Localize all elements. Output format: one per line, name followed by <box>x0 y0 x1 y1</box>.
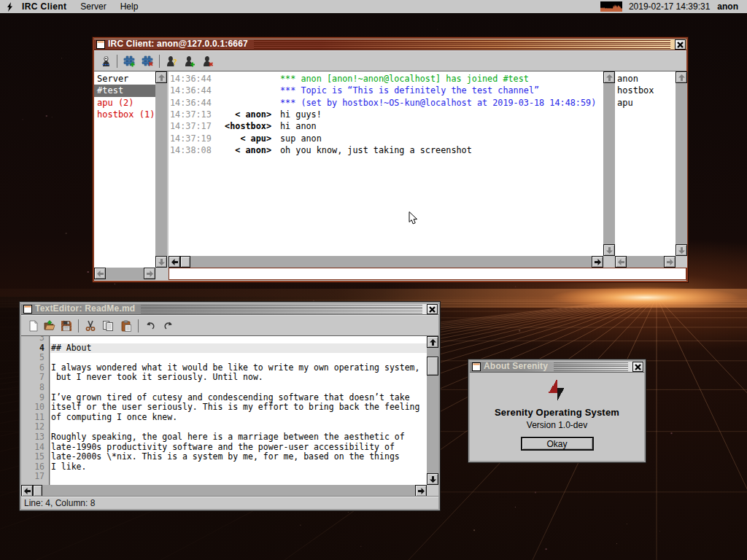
scrollbar-thumb[interactable] <box>180 256 190 268</box>
scroll-down-button[interactable] <box>155 256 167 268</box>
channel-list-item[interactable]: hostbox (1) <box>94 109 155 120</box>
member-list-item[interactable]: apu <box>615 97 676 109</box>
member-list-item[interactable]: anon <box>615 73 676 85</box>
message-nick: <hostbox> <box>169 120 271 132</box>
part-channel-icon[interactable] <box>142 55 153 67</box>
channel-list-item[interactable]: #test <box>94 85 155 96</box>
editor-horizontal-scrollbar[interactable] <box>21 485 427 497</box>
texteditor-titlebar[interactable]: TextEditor: ReadMe.md <box>21 303 438 315</box>
serenity-logo <box>549 380 566 401</box>
open-query-icon[interactable] <box>184 55 196 67</box>
sidebar-vertical-scrollbar[interactable] <box>155 71 167 268</box>
down-arrow-icon <box>158 259 165 265</box>
irc-chat-log[interactable]: 14:36:44*** anon [anon!~anon@localhost] … <box>169 71 603 256</box>
new-document-icon[interactable] <box>28 320 39 332</box>
chat-message: 14:36:44*** (set by hostbox!~OS-kun@loca… <box>169 97 603 109</box>
cut-icon[interactable] <box>85 320 96 332</box>
open-document-icon[interactable] <box>44 320 55 332</box>
save-document-icon[interactable] <box>61 320 72 332</box>
whois-user-icon[interactable]: ? <box>166 55 177 67</box>
scroll-up-button[interactable] <box>155 71 167 83</box>
menu-server[interactable]: Server <box>80 0 106 13</box>
scroll-up-button[interactable] <box>603 71 615 83</box>
line-number: 15 <box>21 452 49 462</box>
about-titlebar[interactable]: About Serenity <box>470 361 644 373</box>
texteditor-body: 34567891011121314151617 ## AboutI always… <box>21 336 438 497</box>
product-version: Version 1.0-dev <box>527 420 587 430</box>
redo-icon[interactable] <box>163 320 174 332</box>
scroll-left-button[interactable] <box>94 268 106 279</box>
paste-icon[interactable] <box>120 320 132 332</box>
channel-list-item[interactable]: apu (2) <box>94 97 155 109</box>
chat-message: 14:36:44*** anon [anon!~anon@localhost] … <box>169 73 603 85</box>
scroll-left-button[interactable] <box>21 485 33 497</box>
menubar-status-area: 2019-02-17 14:39:31 anon <box>600 1 747 12</box>
scroll-left-button[interactable] <box>169 256 180 268</box>
okay-button[interactable]: Okay <box>521 437 594 451</box>
menu-help[interactable]: Help <box>120 0 139 13</box>
scrollbar-corner <box>155 268 169 280</box>
editor-line: ## About <box>50 343 427 354</box>
members-vertical-scrollbar[interactable] <box>676 71 687 256</box>
chat-vertical-scrollbar[interactable] <box>603 71 615 256</box>
editor-line: of computing I once knew. <box>50 413 427 423</box>
scroll-up-button[interactable] <box>676 71 687 83</box>
texteditor-window: TextEditor: ReadMe.md <box>19 301 441 511</box>
member-list-item[interactable]: hostbox <box>615 85 676 96</box>
sidebar-horizontal-scrollbar[interactable] <box>94 268 155 280</box>
editor-line: but I never took it seriously. Until now… <box>50 373 427 383</box>
irc-titlebar[interactable]: IRC Client: anon@127.0.0.1:6667 <box>94 39 686 50</box>
irc-body: Server#testapu (2)hostbox (1) 14:36:44**… <box>94 71 686 281</box>
irc-message-input[interactable] <box>169 268 686 280</box>
editor-line <box>50 383 427 393</box>
chat-message: 14:36:44*** Topic is “This is definitely… <box>169 85 603 96</box>
scroll-left-button[interactable] <box>615 256 627 268</box>
about-close-button[interactable] <box>632 362 643 372</box>
join-channel-icon[interactable] <box>123 55 135 67</box>
chat-horizontal-scrollbar[interactable] <box>169 256 603 268</box>
scrollbar-thumb[interactable] <box>33 485 42 497</box>
up-arrow-icon <box>606 74 613 81</box>
about-window-title: About Serenity <box>484 361 548 371</box>
change-nick-icon[interactable] <box>100 55 112 67</box>
message-timestamp: 14:36:44 <box>170 85 212 96</box>
scroll-down-button[interactable] <box>427 473 438 485</box>
scroll-right-button[interactable] <box>592 256 603 268</box>
down-arrow-icon <box>678 247 685 254</box>
irc-member-list[interactable]: anonhostboxapu <box>615 71 676 256</box>
scroll-down-button[interactable] <box>603 244 615 256</box>
chat-message: 14:37:13< anon>hi guys! <box>169 109 603 120</box>
editor-line <box>50 336 427 343</box>
system-menu-icon[interactable] <box>6 2 14 12</box>
copy-icon[interactable] <box>102 320 114 332</box>
scroll-right-button[interactable] <box>144 268 155 279</box>
line-number: 11 <box>21 413 49 423</box>
scrollbar-thumb[interactable] <box>427 357 438 376</box>
cpu-graph-applet[interactable] <box>600 1 622 12</box>
editor-line: I’ve grown tired of cutesy and condescen… <box>50 393 427 403</box>
close-query-icon[interactable] <box>202 55 214 67</box>
texteditor-content[interactable]: ## AboutI always wondered what it would … <box>50 336 427 485</box>
menu-app-name[interactable]: IRC Client <box>22 0 66 13</box>
right-arrow-icon <box>418 488 425 494</box>
irc-close-button[interactable] <box>675 39 686 50</box>
scroll-down-button[interactable] <box>676 244 687 256</box>
channel-list-item[interactable]: Server <box>94 73 155 85</box>
editor-vertical-scrollbar[interactable] <box>427 336 438 485</box>
up-arrow-icon <box>158 74 165 81</box>
members-horizontal-scrollbar[interactable] <box>615 256 676 268</box>
irc-channel-list[interactable]: Server#testapu (2)hostbox (1) <box>94 71 155 268</box>
texteditor-close-button[interactable] <box>427 304 438 314</box>
line-number: 16 <box>21 462 49 472</box>
editor-line <box>50 472 427 482</box>
scroll-right-button[interactable] <box>664 256 676 268</box>
titlebar-stripes <box>554 362 628 371</box>
undo-icon[interactable] <box>144 320 156 332</box>
left-arrow-icon <box>618 259 624 265</box>
scroll-up-button[interactable] <box>427 336 438 348</box>
right-arrow-icon <box>595 259 601 265</box>
down-arrow-icon <box>430 476 436 483</box>
message-text: *** anon [anon!~anon@localhost] has join… <box>280 73 529 85</box>
scroll-right-button[interactable] <box>415 485 427 497</box>
message-text: oh you know, just taking a screenshot <box>280 144 472 156</box>
